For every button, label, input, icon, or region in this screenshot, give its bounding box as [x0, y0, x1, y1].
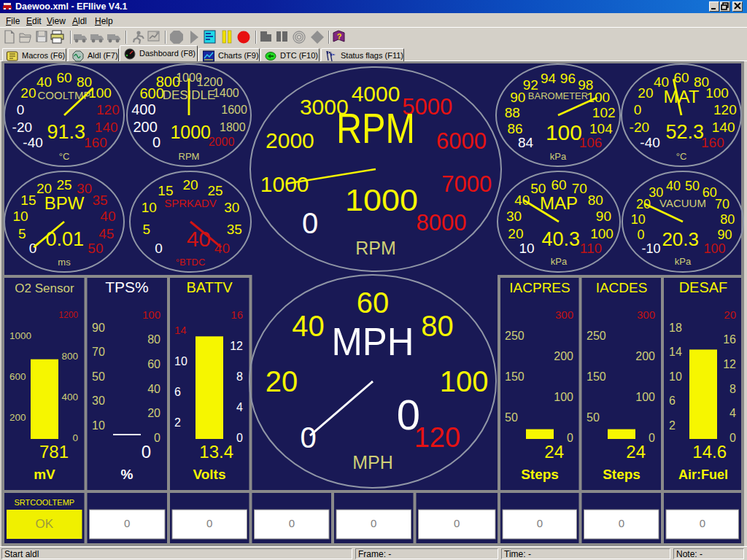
svg-text:0: 0	[289, 517, 295, 529]
svg-text:50: 50	[88, 241, 103, 256]
svg-text:400: 400	[61, 392, 78, 402]
svg-text:160: 160	[701, 135, 724, 150]
svg-text:6: 6	[174, 386, 181, 398]
svg-text:1000: 1000	[345, 182, 418, 217]
svg-text:-40: -40	[640, 135, 659, 150]
svg-text:MPH: MPH	[332, 319, 414, 363]
svg-text:16: 16	[231, 308, 243, 321]
svg-text:14.6: 14.6	[692, 442, 727, 462]
svg-text:150: 150	[505, 370, 525, 383]
svg-text:-20: -20	[630, 120, 649, 135]
svg-text:1000: 1000	[9, 330, 31, 341]
svg-text:BATTV: BATTV	[187, 279, 233, 295]
svg-text:10: 10	[142, 200, 157, 215]
svg-text:RPM: RPM	[179, 151, 200, 162]
svg-text:0: 0	[619, 517, 624, 529]
svg-text:50: 50	[505, 411, 518, 424]
svg-text:18: 18	[669, 322, 682, 334]
svg-text:13.4: 13.4	[199, 442, 233, 462]
svg-text:0: 0	[124, 517, 130, 529]
svg-text:20: 20	[147, 407, 160, 419]
svg-text:20: 20	[20, 85, 36, 101]
svg-text:80: 80	[720, 212, 735, 227]
svg-text:O2 Sensor: O2 Sensor	[15, 281, 74, 295]
svg-text:5: 5	[18, 226, 26, 241]
svg-text:RPM: RPM	[355, 238, 396, 258]
svg-text:120: 120	[96, 102, 120, 117]
svg-text:40: 40	[187, 227, 211, 251]
svg-text:102: 102	[592, 105, 616, 120]
svg-text:0: 0	[152, 134, 160, 150]
svg-text:DESAF: DESAF	[679, 279, 728, 295]
svg-text:2000: 2000	[266, 128, 314, 152]
svg-text:1000: 1000	[260, 172, 309, 196]
svg-text:40: 40	[292, 310, 325, 342]
svg-text:0: 0	[155, 241, 163, 256]
svg-text:0: 0	[300, 421, 316, 454]
svg-text:0: 0	[700, 517, 705, 529]
svg-text:20: 20	[266, 365, 298, 397]
svg-text:150: 150	[587, 370, 606, 383]
svg-text:0: 0	[302, 207, 318, 239]
svg-text:0: 0	[454, 517, 460, 529]
svg-text:94: 94	[541, 71, 557, 86]
svg-text:0: 0	[142, 442, 151, 462]
svg-text:1200: 1200	[197, 76, 223, 88]
svg-text:20: 20	[638, 85, 653, 101]
svg-text:80: 80	[588, 192, 603, 208]
svg-text:0: 0	[72, 432, 78, 443]
svg-text:OK: OK	[36, 517, 54, 531]
svg-text:20.3: 20.3	[662, 228, 699, 250]
svg-text:2: 2	[174, 416, 181, 429]
svg-text:50: 50	[587, 411, 600, 424]
svg-text:TPS%: TPS%	[105, 279, 149, 295]
svg-text:100: 100	[635, 391, 655, 403]
svg-text:30: 30	[506, 209, 522, 224]
svg-text:40: 40	[36, 74, 52, 90]
svg-text:°C: °C	[676, 151, 687, 162]
svg-text:4000: 4000	[352, 82, 400, 106]
svg-text:COOLTMP: COOLTMP	[37, 89, 90, 101]
svg-text:12: 12	[723, 358, 736, 370]
svg-text:-40: -40	[23, 135, 42, 150]
svg-text:40: 40	[100, 209, 115, 224]
svg-text:10: 10	[174, 355, 187, 368]
svg-text:8000: 8000	[417, 210, 467, 236]
svg-text:86: 86	[508, 121, 523, 136]
svg-text:50: 50	[685, 179, 700, 193]
svg-text:25: 25	[56, 177, 71, 192]
svg-text:1600: 1600	[221, 104, 247, 116]
svg-text:0: 0	[29, 241, 37, 256]
svg-text:20: 20	[508, 226, 523, 241]
svg-text:100: 100	[554, 391, 573, 403]
svg-text:kPa: kPa	[550, 151, 567, 162]
svg-text:35: 35	[227, 222, 242, 237]
svg-text:0: 0	[537, 517, 543, 529]
svg-text:15: 15	[20, 192, 36, 208]
svg-text:14: 14	[669, 346, 682, 358]
svg-text:140: 140	[712, 120, 735, 135]
svg-text:0: 0	[729, 432, 736, 444]
svg-text:MAP: MAP	[540, 193, 578, 213]
svg-text:12: 12	[230, 340, 243, 352]
svg-text:80: 80	[421, 310, 454, 342]
svg-text:0: 0	[567, 432, 573, 444]
svg-text:10: 10	[669, 370, 682, 383]
svg-text:300: 300	[637, 308, 655, 321]
svg-text:mV: mV	[34, 467, 55, 482]
svg-text:250: 250	[505, 330, 525, 342]
svg-text:45: 45	[98, 226, 114, 241]
svg-text:2000: 2000	[209, 136, 235, 148]
svg-text:IACPRES: IACPRES	[509, 280, 570, 295]
svg-text:24: 24	[544, 442, 564, 462]
svg-text:8: 8	[729, 383, 736, 395]
svg-text:0: 0	[634, 102, 642, 117]
svg-text:400: 400	[131, 101, 155, 117]
svg-text:4: 4	[236, 401, 243, 413]
svg-text:60: 60	[673, 70, 689, 85]
svg-text:88: 88	[505, 105, 520, 120]
svg-text:200: 200	[635, 350, 655, 362]
svg-text:%: %	[121, 467, 133, 482]
svg-text:0: 0	[17, 102, 25, 117]
svg-text:96: 96	[560, 71, 576, 86]
